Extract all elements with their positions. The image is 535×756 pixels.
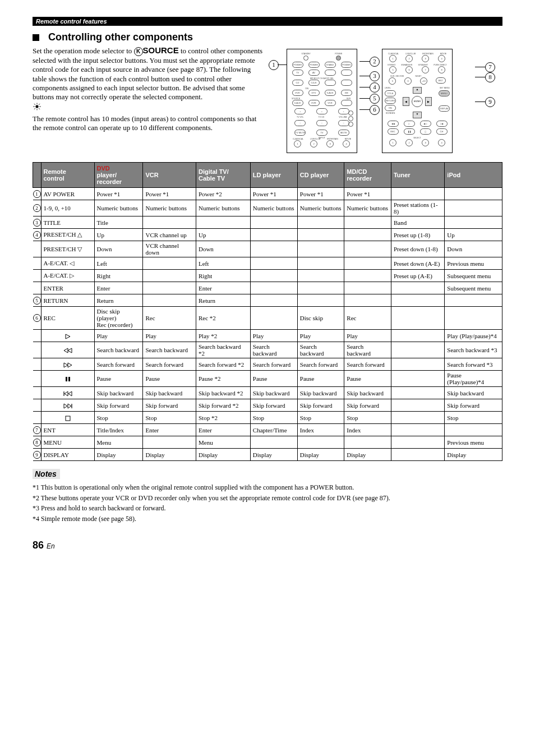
svg-rect-14	[66, 377, 67, 381]
body-text: Set the operation mode selector to KSOUR…	[33, 45, 265, 158]
remote-diagram: 1 2 3 4 5 6 7 8 9 STANDBYPOWER	[275, 45, 502, 158]
table-row: A-E/CAT. ▷RightRightPreset up (A-E)Subse…	[33, 270, 502, 282]
th-4: LD player	[250, 163, 297, 188]
table-row: 6RECDisc skip (player)Rec (recorder)RecR…	[33, 307, 502, 330]
tip-icon	[33, 103, 265, 113]
control-table: RemotecontrolDVDplayer/recorderVCRDigita…	[33, 162, 502, 461]
svg-marker-12	[64, 363, 68, 367]
k-icon: K	[134, 47, 143, 56]
table-row: ENTEREnterEnterSubsequent menu	[33, 282, 502, 294]
table-row: 5RETURNReturnReturn	[33, 294, 502, 307]
th-7: Tuner	[391, 163, 444, 188]
svg-line-7	[34, 108, 35, 109]
svg-line-8	[39, 104, 40, 105]
table-row: 8MENUMenuMenuPrevious menu	[33, 436, 502, 449]
svg-marker-13	[68, 363, 72, 367]
footnotes: *1 This button is operational only when …	[33, 482, 502, 524]
th-2: VCR	[143, 163, 196, 188]
section-bullet	[33, 34, 39, 41]
table-row: Search forwardSearch forwardSearch forwa…	[33, 358, 502, 371]
svg-line-6	[39, 108, 40, 109]
table-row: Search backwardSearch backwardSearch bac…	[33, 342, 502, 358]
svg-rect-15	[68, 377, 70, 381]
breadcrumb-bar: Remote control features	[33, 17, 502, 26]
svg-rect-22	[66, 416, 70, 421]
callout-8: 8	[485, 72, 495, 82]
table-row: PausePausePause *2PausePausePausePause (…	[33, 371, 502, 387]
table-row: 4PRESET/CH △UpVCR channel upUpPreset up …	[33, 229, 502, 241]
table-row: PRESET/CH ▽DownVCR channel downDownPrese…	[33, 241, 502, 257]
svg-marker-19	[64, 404, 67, 408]
svg-marker-11	[68, 348, 72, 353]
table-row: 7ENTTitle/IndexEnterEnterChapter/TimeInd…	[33, 424, 502, 436]
svg-marker-10	[64, 348, 68, 353]
th-1: DVDplayer/recorder	[94, 163, 143, 188]
svg-marker-17	[64, 391, 68, 396]
remote-left: STANDBYPOWER POWERPOWERSTANDPOWER TVAV M…	[287, 49, 357, 153]
th-0: Remotecontrol	[41, 163, 94, 188]
svg-marker-20	[68, 404, 71, 408]
callout-9: 9	[485, 97, 495, 107]
table-row: 3TITLETitleBand	[33, 216, 502, 229]
callout-7: 7	[485, 62, 495, 72]
table-row: A-E/CAT. ◁LeftLeftPreset down (A-E)Previ…	[33, 257, 502, 270]
table-row: Skip backwardSkip backwardSkip backward …	[33, 387, 502, 399]
th-3: Digital TV/Cable TV	[196, 163, 250, 188]
notes-heading: Notes	[33, 469, 60, 479]
table-row: PlayPlayPlay *2PlayPlayPlayPlay (Play/pa…	[33, 330, 502, 342]
table-row: 9DISPLAYDisplayDisplayDisplayDisplayDisp…	[33, 449, 502, 461]
callout-2: 2	[370, 57, 380, 67]
callout-4: 4	[370, 82, 380, 93]
callout-3: 3	[370, 71, 380, 81]
remote-right: CLASSICALLIVE/CLUBENTERTAINMOVIE 1234 ST…	[382, 49, 453, 153]
th-6: MD/CDrecorder	[344, 163, 391, 188]
callout-5: 5	[370, 94, 380, 104]
callout-6: 6	[370, 105, 380, 115]
table-row: 21-9, 0, +10Numeric buttonsNumeric butto…	[33, 200, 502, 216]
svg-line-5	[34, 104, 35, 105]
table-row: StopStopStop *2StopStopStopStop	[33, 412, 502, 424]
svg-point-0	[36, 105, 39, 108]
table-row: Skip forwardSkip forwardSkip forward *2S…	[33, 399, 502, 412]
breadcrumb-text: Remote control features	[33, 18, 107, 25]
th-5: CD player	[297, 163, 344, 188]
callout-1: 1	[269, 60, 279, 70]
section-heading: Controlling other components	[48, 31, 193, 43]
th-8: iPod	[445, 163, 502, 188]
page-number: 86 En	[33, 540, 502, 563]
table-row: 1AV POWERPower *1Power *1Power *2Power *…	[33, 188, 502, 200]
svg-marker-18	[68, 391, 72, 396]
svg-marker-9	[66, 334, 70, 339]
